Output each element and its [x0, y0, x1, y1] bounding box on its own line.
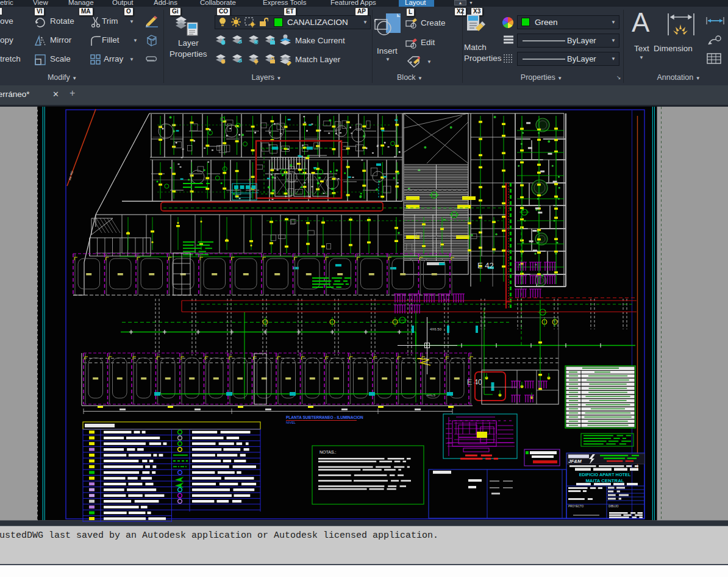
svg-text:PROYECTO: PROYECTO	[568, 505, 584, 508]
svg-text:DIBUJO: DIBUJO	[608, 505, 619, 508]
svg-text:4X6.50: 4X6.50	[430, 327, 442, 331]
svg-text:PLANTA SUBTERRANEO - ILUMINA: PLANTA SUBTERRANEO - ILUMINACION	[286, 415, 363, 419]
svg-text:MAITA CENTRAL: MAITA CENTRAL	[585, 478, 624, 483]
svg-text:NIVEL: NIVEL	[286, 421, 296, 424]
svg-text:EDIFICIO APART HOTEL: EDIFICIO APART HOTEL	[579, 472, 631, 477]
svg-text:JF&M: JF&M	[568, 458, 582, 464]
svg-text:NOTAS.:: NOTAS.:	[319, 450, 337, 454]
svg-text:E 42: E 42	[477, 261, 494, 270]
